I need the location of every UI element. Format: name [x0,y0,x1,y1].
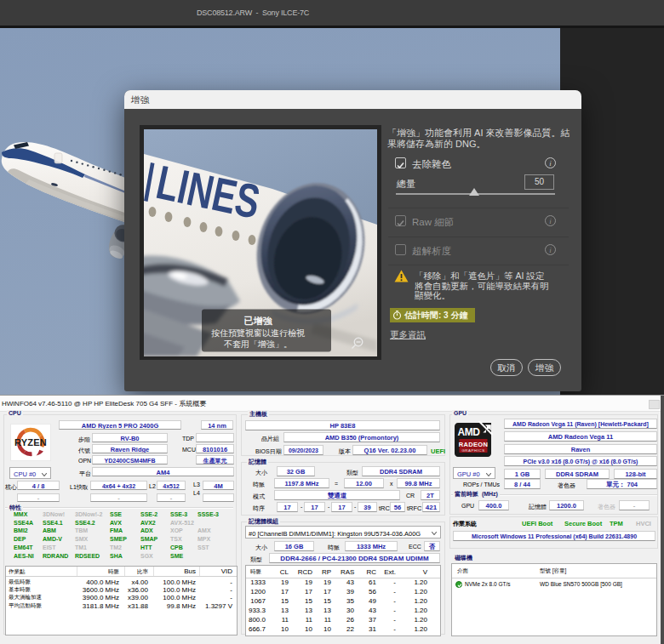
svg-text:GRAPHICS: GRAPHICS [461,448,484,453]
svg-text:AMD: AMD [458,426,481,438]
svg-text:RYZEN: RYZEN [14,437,47,447]
svg-text:按住預覽視窗以進行檢視: 按住預覽視窗以進行檢視 [211,328,305,338]
svg-text:不套用「增強」。: 不套用「增強」。 [224,339,292,349]
svg-text:已增強: 已增強 [244,316,273,326]
